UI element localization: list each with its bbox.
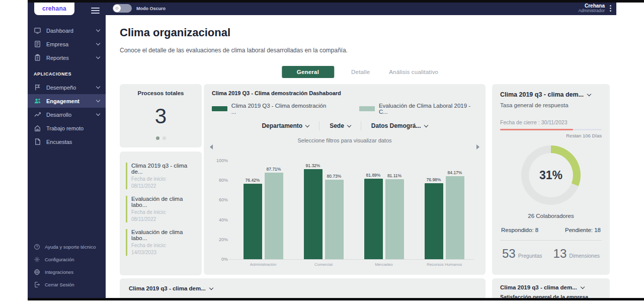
bottom-left-card: Clima 2019 q3 - clima dem... — [120, 278, 486, 299]
tab-detalle[interactable]: Detalle — [349, 66, 372, 78]
chevron-down-icon — [96, 28, 100, 32]
sidebar-item-reportes[interactable]: Reportes — [28, 51, 106, 64]
chevron-down-icon — [305, 123, 309, 127]
process-date-label: Fecha de inicio: — [131, 242, 197, 249]
sidebar-item-configuracion[interactable]: Configuración — [28, 253, 106, 266]
days-progress-fill — [500, 129, 573, 130]
sidebar-item-label: Engagement — [46, 98, 97, 104]
sidebar-item-empresa[interactable]: Empresa — [28, 37, 106, 51]
filter-datos-demograficos[interactable]: Datos Demográ... — [361, 121, 438, 130]
bar — [446, 176, 464, 259]
chart-title: Clima 2019 Q3 - Clima demostración Dasha… — [212, 90, 477, 96]
people-icon — [34, 97, 41, 105]
pagination-dot[interactable] — [156, 136, 159, 140]
sidebar-item-label: Reportes — [46, 55, 97, 61]
crehana-logo[interactable]: crehana — [34, 2, 74, 15]
response-rate-subtitle: Tasa general de respuesta — [500, 102, 602, 108]
tab-analisis-cualitativo[interactable]: Análisis cualitativo — [387, 66, 440, 78]
home-icon — [34, 124, 41, 132]
top-bar: Modo Oscuro Crehana Administrador — [106, 2, 616, 15]
chevron-down-icon — [347, 123, 351, 127]
sidebar-item-dashboard[interactable]: Dashboard — [28, 24, 106, 37]
dimensions-label: Dimensiones — [569, 253, 600, 259]
process-selector[interactable]: Clima 2019 q3 - clima dem... — [500, 284, 602, 290]
sidebar-item-cerrar-sesion[interactable]: Cerrar Sesión — [28, 278, 106, 291]
list-item[interactable]: Clima 2019 q3 - clima de... Fecha de ini… — [126, 163, 197, 189]
sidebar-item-ayuda[interactable]: Ayuda y soporte técnico — [28, 241, 106, 253]
logout-icon — [34, 281, 40, 288]
process-date: 14/03/2023 — [131, 249, 197, 256]
list-item[interactable]: Evaluación de clima labo... Fecha de ini… — [126, 229, 197, 256]
filters-hint: Seleccione filtros para visualizar datos — [212, 137, 477, 143]
sidebar-item-desarrollo[interactable]: Desarrollo — [28, 108, 106, 121]
legend-swatch-dark-green — [212, 106, 227, 111]
category-label: Recursos Humanos — [426, 262, 463, 267]
bar — [425, 183, 443, 259]
sidebar-footer: Ayuda y soporte técnico Configuración In… — [28, 241, 106, 298]
chevron-down-icon — [424, 123, 428, 127]
sidebar-item-label: Dashboard — [46, 28, 97, 34]
tab-general[interactable]: General — [282, 66, 334, 78]
close-date-label: Fecha de cierre : 30/11/2023 — [500, 119, 602, 125]
filter-departamento[interactable]: Departamento — [252, 121, 319, 130]
bar-group: 76.42%87.71%Administración — [244, 161, 283, 267]
sidebar-item-integraciones[interactable]: Integraciones — [28, 266, 106, 278]
process-selector-label: Clima 2019 q3 - clima dem... — [129, 285, 206, 291]
procesos-totales-value: 3 — [120, 104, 202, 128]
carousel-next-icon[interactable] — [476, 144, 479, 149]
bar — [265, 173, 283, 259]
bar-value-label: 76.98% — [427, 177, 441, 182]
process-selector[interactable]: Clima 2019 q3 - clima dem... — [129, 285, 476, 291]
responded-count: Respondido: 8 — [501, 227, 538, 233]
bar-group: 81.89%81.11%Mercadeo — [364, 161, 404, 267]
responded-pending-row: Respondido: 8 Pendiente: 18 — [500, 227, 602, 233]
bar — [385, 179, 404, 259]
legend-label: Evaluación de Clima Laboral 2019 - C... — [379, 103, 477, 115]
legend-item-series-1: Clima 2019 Q3 - Clima demostración ... — [212, 103, 329, 115]
filter-sede[interactable]: Sede — [319, 121, 361, 130]
chevron-down-icon — [96, 98, 100, 102]
kebab-menu-icon[interactable] — [610, 8, 611, 9]
sidebar-item-label: Encuestas — [46, 139, 100, 145]
bar — [244, 184, 262, 259]
category-label: Administración — [245, 262, 282, 267]
process-selector-label: Clima 2019 q3 - clima dem... — [500, 91, 584, 98]
bar-group: 76.98%84.17%Recursos Humanos — [425, 161, 464, 267]
questions-stat: 53 Preguntas — [502, 247, 542, 261]
bar-chart: 100%80%60%40%20%0% 76.42%87.71%Administr… — [212, 161, 477, 286]
bar — [364, 179, 383, 260]
chevron-down-icon — [96, 85, 100, 89]
sidebar-item-label: Ayuda y soporte técnico — [45, 244, 96, 250]
sidebar-item-engagement[interactable]: Engagement — [28, 94, 106, 108]
sidebar-item-desempeno[interactable]: Desempeño — [28, 81, 106, 94]
days-remaining: Restan 106 Días — [500, 133, 602, 138]
chart-area: 76.42%87.71%Administración91.32%80.73%Co… — [233, 161, 474, 267]
logo-text: crehana — [42, 5, 66, 12]
carousel-prev-icon[interactable] — [210, 144, 213, 149]
toggle-knob-icon — [113, 5, 121, 12]
process-date-label: Fecha de inicio: — [131, 209, 197, 216]
questions-dimensions-row: 53 Preguntas 13 Dimensiones — [500, 247, 602, 261]
sidebar-item-label: Desempeño — [46, 85, 97, 91]
procesos-totales-title: Procesos totales — [120, 90, 202, 96]
process-selector[interactable]: Clima 2019 q3 - clima dem... — [500, 91, 602, 98]
chart-legend: Clima 2019 Q3 - Clima demostración ... E… — [212, 103, 477, 115]
sidebar-item-label: Empresa — [46, 41, 97, 47]
hamburger-menu-icon[interactable] — [91, 6, 100, 15]
bar-value-label: 81.11% — [387, 173, 401, 178]
sidebar-item-trabajo-remoto[interactable]: Trabajo remoto — [28, 121, 106, 135]
chevron-down-icon — [209, 285, 213, 289]
dark-mode-toggle[interactable] — [113, 4, 132, 13]
sidebar-item-label: Trabajo remoto — [46, 125, 100, 131]
questions-label: Preguntas — [518, 253, 542, 259]
bar-value-label: 87.71% — [267, 167, 281, 172]
filter-label: Sede — [330, 122, 344, 129]
page-title: Clima organizacional — [120, 26, 230, 39]
chevron-down-icon — [96, 41, 100, 45]
questions-value: 53 — [502, 247, 516, 261]
pagination-dot[interactable] — [163, 136, 166, 140]
document-icon — [34, 138, 41, 145]
process-title: Evaluación de clima labo... — [131, 229, 197, 241]
list-item[interactable]: Evaluación de clima labo... Fecha de ini… — [126, 196, 197, 222]
sidebar-item-encuestas[interactable]: Encuestas — [28, 135, 106, 148]
